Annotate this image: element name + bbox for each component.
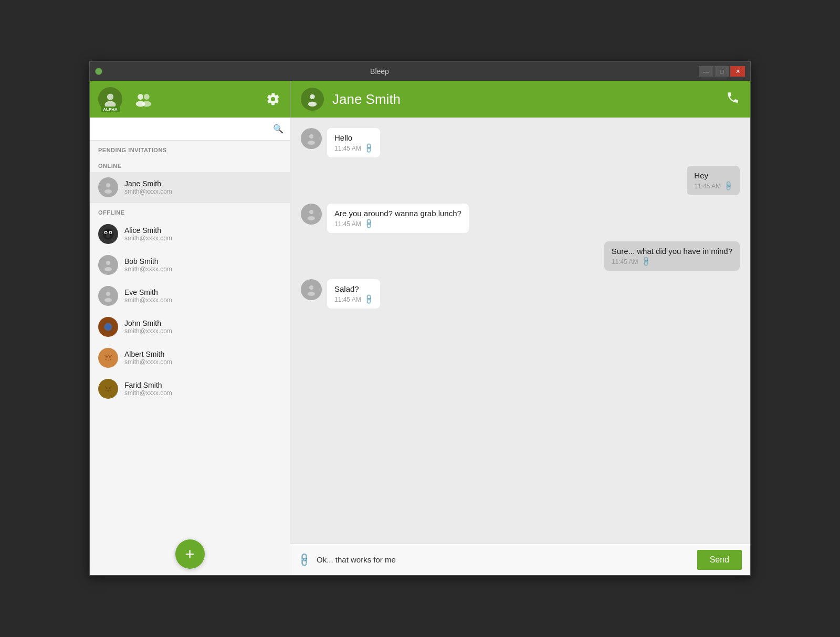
attachment-icon-1: 🔗 (363, 143, 374, 154)
group-icon[interactable] (133, 89, 154, 110)
attachment-icon-3: 🔗 (363, 218, 374, 230)
attachment-icon-4: 🔗 (640, 256, 652, 268)
contact-email-alice: smith@xxxx.com (124, 235, 281, 242)
svg-point-7 (104, 189, 112, 194)
main-content: ALPHA (90, 81, 750, 575)
svg-point-49 (309, 285, 313, 290)
contact-jane-smith[interactable]: Jane Smith smith@xxxx.com (90, 172, 290, 203)
attachment-icon-5: 🔗 (363, 294, 374, 305)
offline-label: OFFLINE (90, 203, 290, 219)
add-contact-button[interactable]: + (175, 539, 205, 569)
svg-point-42 (110, 390, 111, 391)
app-window: Bleep — □ ✕ ALPHA (89, 61, 751, 576)
settings-icon[interactable] (265, 91, 281, 108)
message-text-3: Are you around? wanna grab lunch? (334, 209, 461, 218)
contact-avatar-jane (98, 177, 118, 197)
svg-point-34 (108, 359, 109, 360)
svg-point-26 (103, 353, 114, 364)
svg-point-12 (105, 232, 107, 233)
traffic-light-green[interactable] (95, 68, 102, 75)
contact-farid-smith[interactable]: Farid Smith smith@xxxx.com (90, 374, 290, 405)
svg-point-30 (111, 355, 112, 356)
svg-point-11 (106, 233, 111, 238)
svg-point-6 (106, 183, 110, 187)
msg-avatar-5 (301, 279, 322, 300)
svg-point-37 (109, 387, 111, 389)
contact-name-farid: Farid Smith (124, 381, 281, 389)
search-input[interactable] (96, 125, 273, 133)
message-meta-2: 11:45 AM 🔗 (694, 182, 732, 190)
svg-point-4 (144, 94, 150, 100)
contact-email-bob: smith@xxxx.com (124, 266, 281, 273)
minimize-button[interactable]: — (699, 66, 713, 77)
message-meta-4: 11:45 AM 🔗 (612, 258, 732, 266)
msg-avatar-3 (301, 204, 322, 225)
svg-point-5 (142, 101, 151, 107)
message-time-4: 11:45 AM (612, 258, 638, 266)
svg-point-0 (107, 94, 113, 100)
svg-point-17 (106, 261, 110, 265)
chat-contact-avatar (301, 88, 324, 111)
contact-info-jane: Jane Smith smith@xxxx.com (124, 179, 281, 195)
attachment-icon-2: 🔗 (722, 181, 734, 192)
contact-info-albert: Albert Smith smith@xxxx.com (124, 350, 281, 366)
contact-name-alice: Alice Smith (124, 226, 281, 235)
contact-avatar-farid (98, 379, 118, 399)
maximize-button[interactable]: □ (715, 66, 729, 77)
attachment-button[interactable]: 🔗 (296, 551, 312, 568)
contact-alice-smith[interactable]: Alice Smith smith@xxxx.com (90, 219, 290, 250)
svg-point-45 (309, 134, 313, 139)
contact-avatar-john (98, 317, 118, 337)
send-button[interactable]: Send (697, 550, 742, 570)
svg-point-47 (309, 210, 313, 214)
sidebar-header: ALPHA (90, 81, 290, 118)
contact-email-eve: smith@xxxx.com (124, 296, 281, 304)
online-label: ONLINE (90, 156, 290, 172)
sidebar: ALPHA (90, 81, 290, 575)
contact-info-farid: Farid Smith smith@xxxx.com (124, 381, 281, 397)
contact-eve-smith[interactable]: Eve Smith smith@xxxx.com (90, 281, 290, 312)
message-bubble-5: Salad? 11:45 AM 🔗 (327, 279, 380, 309)
contact-info-john: John Smith smith@xxxx.com (124, 319, 281, 335)
svg-point-43 (310, 94, 314, 99)
contact-email-jane: smith@xxxx.com (124, 188, 281, 195)
contact-name-eve: Eve Smith (124, 288, 281, 296)
message-row-3: Are you around? wanna grab lunch? 11:45 … (301, 204, 740, 233)
message-text-2: Hey (694, 171, 732, 180)
close-button[interactable]: ✕ (730, 66, 745, 77)
contact-name-jane: Jane Smith (124, 179, 281, 188)
person-icon (102, 181, 114, 194)
svg-point-36 (106, 387, 108, 389)
message-time-2: 11:45 AM (694, 183, 721, 190)
titlebar: Bleep — □ ✕ (90, 62, 750, 81)
contact-email-john: smith@xxxx.com (124, 327, 281, 335)
contact-email-farid: smith@xxxx.com (124, 389, 281, 397)
contact-avatar-eve (98, 286, 118, 306)
message-bubble-1: Hello 11:45 AM 🔗 (327, 128, 380, 157)
message-time-3: 11:45 AM (334, 220, 361, 228)
pending-invitations-label: PENDING INVITATIONS (90, 141, 290, 156)
message-bubble-3: Are you around? wanna grab lunch? 11:45 … (327, 204, 469, 233)
message-row-1: Hello 11:45 AM 🔗 (301, 128, 740, 157)
alpha-badge: ALPHA (101, 107, 120, 112)
messages-area: Hello 11:45 AM 🔗 Hey 11:45 AM 🔗 (290, 118, 750, 544)
message-bubble-2: Hey 11:45 AM 🔗 (687, 166, 740, 195)
svg-point-44 (308, 102, 317, 107)
message-time-1: 11:45 AM (334, 145, 361, 152)
message-text-1: Hello (334, 133, 373, 142)
phone-icon[interactable] (726, 91, 740, 108)
contact-avatar-bob (98, 255, 118, 275)
contact-bob-smith[interactable]: Bob Smith smith@xxxx.com (90, 250, 290, 281)
svg-point-1 (105, 101, 116, 107)
contact-john-smith[interactable]: John Smith smith@xxxx.com (90, 312, 290, 343)
message-text-4: Sure... what did you have in mind? (612, 247, 732, 256)
chat-input-area: 🔗 Send (290, 544, 750, 575)
contact-albert-smith[interactable]: Albert Smith smith@xxxx.com (90, 343, 290, 374)
message-input[interactable] (317, 555, 691, 564)
contacts-icon (134, 90, 153, 109)
user-avatar[interactable]: ALPHA (98, 87, 122, 111)
contact-email-albert: smith@xxxx.com (124, 358, 281, 366)
svg-point-20 (104, 298, 112, 302)
svg-point-40 (107, 390, 109, 392)
titlebar-controls: — □ ✕ (699, 66, 745, 77)
